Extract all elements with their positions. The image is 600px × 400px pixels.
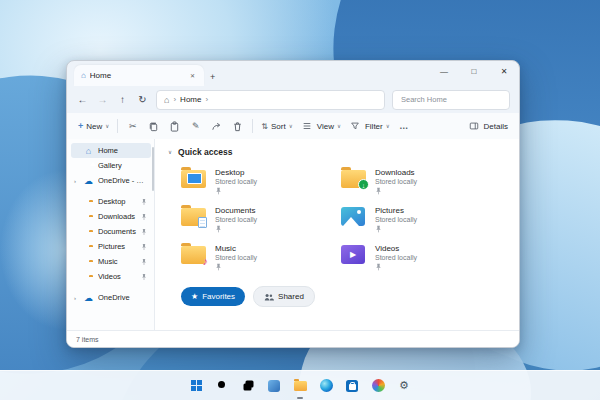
pin-icon — [215, 187, 222, 195]
pin-icon — [141, 258, 147, 266]
chevron-down-icon[interactable]: ∨ — [168, 149, 172, 155]
new-tab-button[interactable]: + — [210, 72, 215, 82]
quick-access-header[interactable]: ∨ Quick access — [168, 147, 509, 157]
chevron-right-icon[interactable]: › — [74, 295, 79, 301]
task-view-icon[interactable] — [240, 378, 256, 394]
sidebar-item-desktop[interactable]: Desktop — [71, 194, 151, 209]
tab-close-icon[interactable]: ✕ — [188, 71, 197, 80]
tile-music[interactable]: ♪ Music Stored locally — [181, 242, 333, 271]
breadcrumb[interactable]: Home — [180, 95, 201, 104]
new-button[interactable]: + New ∨ — [78, 121, 109, 131]
forward-button[interactable]: → — [96, 94, 109, 105]
search-input[interactable] — [399, 94, 503, 105]
up-button[interactable]: ↑ — [116, 94, 129, 105]
filter-button[interactable]: Filter ∨ — [349, 121, 390, 131]
chevron-right-icon[interactable]: › — [74, 178, 79, 184]
onedrive-cloud-icon: ☁ — [83, 293, 94, 303]
search-box[interactable] — [392, 90, 510, 110]
tile-subtitle: Stored locally — [215, 254, 257, 261]
maximize-button[interactable]: □ — [459, 61, 489, 83]
status-bar: 7 items — [67, 330, 519, 347]
details-button[interactable]: Details — [468, 121, 508, 131]
close-button[interactable]: ✕ — [489, 61, 519, 83]
settings-gear-icon[interactable]: ⚙ — [396, 378, 412, 394]
sidebar-item-onedrive-personal[interactable]: › ☁ OneDrive - Pers... — [71, 173, 151, 188]
tile-subtitle: Stored locally — [215, 216, 257, 223]
photos-icon[interactable] — [370, 378, 386, 394]
tile-subtitle: Stored locally — [375, 216, 417, 223]
pin-icon — [141, 198, 147, 206]
tab-home[interactable]: ⌂ Home ✕ — [74, 65, 204, 86]
taskbar: ⚙ — [0, 370, 600, 400]
shared-label: Shared — [278, 292, 304, 301]
view-label: View — [317, 122, 334, 131]
tile-subtitle: Stored locally — [375, 178, 417, 185]
sidebar-item-documents[interactable]: Documents — [71, 224, 151, 239]
sort-button[interactable]: ⇅ Sort ∨ — [261, 122, 292, 131]
cut-icon[interactable]: ✂ — [126, 121, 139, 131]
minimize-button[interactable]: — — [429, 61, 459, 83]
tile-documents[interactable]: Documents Stored locally — [181, 204, 333, 233]
pin-icon — [141, 213, 147, 221]
content-area: ∨ Quick access Desktop Stored locally — [155, 139, 519, 331]
paste-icon[interactable] — [168, 121, 181, 132]
store-icon[interactable] — [344, 378, 360, 394]
desktop: ⌂ Home ✕ + — □ ✕ ← → ↑ ↻ ⌂ › Home › — [0, 0, 600, 400]
sidebar-item-label: Home — [98, 146, 147, 155]
sidebar-item-music[interactable]: Music — [71, 254, 151, 269]
sidebar-item-label: OneDrive - Pers... — [98, 176, 147, 185]
tile-videos[interactable]: ▶ Videos Stored locally — [341, 242, 493, 271]
window-body: ⌂ Home Gallery › ☁ OneDrive - Pers... — [67, 139, 519, 331]
sidebar-item-onedrive[interactable]: › ☁ OneDrive — [71, 290, 151, 305]
people-icon — [264, 293, 274, 301]
favorites-button[interactable]: ★ Favorites — [181, 287, 245, 306]
downloads-folder-icon: ↓ — [341, 166, 367, 189]
shared-button[interactable]: Shared — [253, 286, 315, 307]
tile-name: Pictures — [375, 206, 417, 215]
details-pane-icon — [468, 121, 481, 131]
back-button[interactable]: ← — [76, 94, 89, 105]
running-indicator — [297, 397, 303, 399]
sidebar-scrollbar[interactable] — [152, 147, 154, 191]
view-icon — [301, 121, 314, 131]
tile-downloads[interactable]: ↓ Downloads Stored locally — [341, 166, 493, 195]
command-bar: + New ∨ ✂ ✎ ⇅ Sort ∨ — [67, 113, 519, 140]
new-label: New — [86, 122, 102, 131]
tab-strip[interactable]: ⌂ Home ✕ + — □ ✕ — [67, 61, 519, 86]
sidebar-item-downloads[interactable]: Downloads — [71, 209, 151, 224]
desktop-folder-icon — [181, 166, 207, 189]
file-explorer-icon[interactable] — [292, 378, 308, 394]
start-button[interactable] — [188, 378, 204, 394]
address-bar[interactable]: ⌂ › Home › — [156, 90, 385, 110]
edge-icon[interactable] — [318, 378, 334, 394]
search-icon[interactable] — [214, 378, 230, 394]
chevron-down-icon: ∨ — [105, 123, 109, 129]
chevron-right-icon[interactable]: › — [205, 95, 208, 104]
sidebar-item-label: Desktop — [98, 197, 137, 206]
star-icon: ★ — [191, 292, 198, 301]
pin-icon — [141, 228, 147, 236]
plus-icon: + — [78, 121, 83, 131]
sidebar-item-label: Downloads — [98, 212, 137, 221]
home-icon[interactable]: ⌂ — [164, 95, 169, 105]
widgets-icon[interactable] — [266, 378, 282, 394]
rename-icon[interactable]: ✎ — [189, 121, 202, 131]
sidebar-item-pictures[interactable]: Pictures — [71, 239, 151, 254]
copy-icon[interactable] — [147, 121, 160, 132]
pin-icon — [375, 225, 382, 233]
sidebar-item-home[interactable]: ⌂ Home — [71, 143, 151, 158]
share-icon[interactable] — [210, 121, 223, 132]
tile-name: Documents — [215, 206, 257, 215]
refresh-button[interactable]: ↻ — [136, 94, 149, 105]
tile-pictures[interactable]: Pictures Stored locally — [341, 204, 493, 233]
sidebar-item-label: Videos — [98, 272, 137, 281]
delete-icon[interactable] — [231, 121, 244, 132]
tile-desktop[interactable]: Desktop Stored locally — [181, 166, 333, 195]
divider — [252, 119, 253, 133]
view-button[interactable]: View ∨ — [301, 121, 341, 131]
tab-label: Home — [90, 71, 184, 80]
sidebar-item-label: Gallery — [98, 161, 147, 170]
sidebar-item-gallery[interactable]: Gallery — [71, 158, 151, 173]
more-options-icon[interactable]: … — [398, 121, 411, 131]
sidebar-item-videos[interactable]: Videos — [71, 269, 151, 284]
